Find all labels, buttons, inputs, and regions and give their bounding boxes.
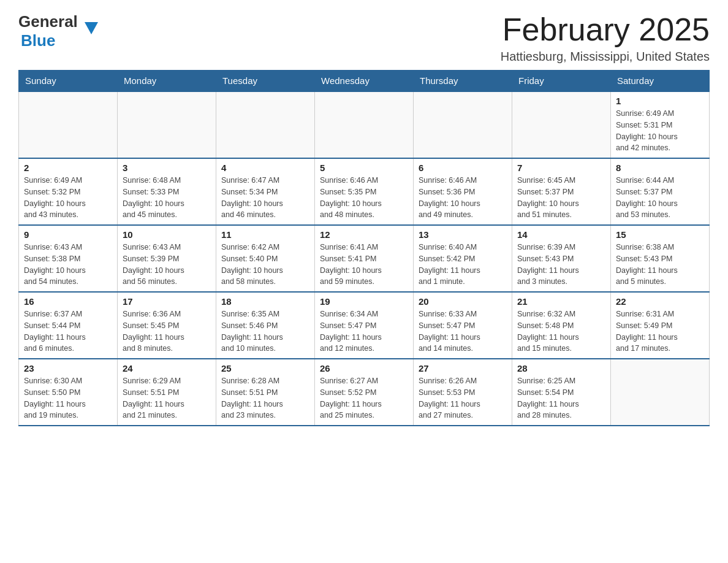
calendar-cell: 3Sunrise: 6:48 AM Sunset: 5:33 PM Daylig… xyxy=(118,158,216,225)
calendar-table: SundayMondayTuesdayWednesdayThursdayFrid… xyxy=(18,70,710,426)
calendar-cell xyxy=(118,91,216,158)
calendar-cell: 20Sunrise: 6:33 AM Sunset: 5:47 PM Dayli… xyxy=(414,292,512,359)
calendar-cell: 1Sunrise: 6:49 AM Sunset: 5:31 PM Daylig… xyxy=(611,91,710,158)
weekday-header-tuesday: Tuesday xyxy=(216,71,315,92)
calendar-cell: 6Sunrise: 6:46 AM Sunset: 5:36 PM Daylig… xyxy=(414,158,512,225)
day-info: Sunrise: 6:33 AM Sunset: 5:47 PM Dayligh… xyxy=(419,308,507,354)
day-number: 19 xyxy=(320,296,408,307)
calendar-cell: 25Sunrise: 6:28 AM Sunset: 5:51 PM Dayli… xyxy=(216,359,315,426)
calendar-cell: 21Sunrise: 6:32 AM Sunset: 5:48 PM Dayli… xyxy=(512,292,611,359)
day-number: 16 xyxy=(24,296,112,307)
day-info: Sunrise: 6:41 AM Sunset: 5:41 PM Dayligh… xyxy=(320,242,408,288)
weekday-header-sunday: Sunday xyxy=(19,71,118,92)
day-number: 4 xyxy=(221,163,309,173)
day-number: 20 xyxy=(419,296,507,307)
day-number: 26 xyxy=(320,363,408,373)
calendar-cell xyxy=(512,91,611,158)
day-info: Sunrise: 6:42 AM Sunset: 5:40 PM Dayligh… xyxy=(221,242,309,288)
calendar-cell: 10Sunrise: 6:43 AM Sunset: 5:39 PM Dayli… xyxy=(118,225,216,292)
day-info: Sunrise: 6:26 AM Sunset: 5:53 PM Dayligh… xyxy=(419,375,507,421)
day-info: Sunrise: 6:37 AM Sunset: 5:44 PM Dayligh… xyxy=(24,308,112,354)
calendar-cell: 9Sunrise: 6:43 AM Sunset: 5:38 PM Daylig… xyxy=(19,225,118,292)
calendar-week-row: 1Sunrise: 6:49 AM Sunset: 5:31 PM Daylig… xyxy=(19,91,710,158)
day-info: Sunrise: 6:43 AM Sunset: 5:39 PM Dayligh… xyxy=(123,242,211,288)
calendar-cell: 27Sunrise: 6:26 AM Sunset: 5:53 PM Dayli… xyxy=(414,359,512,426)
day-info: Sunrise: 6:49 AM Sunset: 5:32 PM Dayligh… xyxy=(24,175,112,221)
day-info: Sunrise: 6:38 AM Sunset: 5:43 PM Dayligh… xyxy=(616,242,704,288)
calendar-cell: 16Sunrise: 6:37 AM Sunset: 5:44 PM Dayli… xyxy=(19,292,118,359)
calendar-cell: 2Sunrise: 6:49 AM Sunset: 5:32 PM Daylig… xyxy=(19,158,118,225)
day-info: Sunrise: 6:44 AM Sunset: 5:37 PM Dayligh… xyxy=(616,175,704,221)
logo-general-text: General xyxy=(18,12,78,31)
calendar-cell xyxy=(315,91,414,158)
day-number: 23 xyxy=(24,363,112,373)
day-number: 18 xyxy=(221,296,309,307)
day-number: 17 xyxy=(123,296,211,307)
calendar-cell: 18Sunrise: 6:35 AM Sunset: 5:46 PM Dayli… xyxy=(216,292,315,359)
calendar-cell: 15Sunrise: 6:38 AM Sunset: 5:43 PM Dayli… xyxy=(611,225,710,292)
weekday-header-monday: Monday xyxy=(118,71,216,92)
day-info: Sunrise: 6:28 AM Sunset: 5:51 PM Dayligh… xyxy=(221,375,309,421)
calendar-cell xyxy=(19,91,118,158)
day-info: Sunrise: 6:46 AM Sunset: 5:35 PM Dayligh… xyxy=(320,175,408,221)
calendar-cell: 12Sunrise: 6:41 AM Sunset: 5:41 PM Dayli… xyxy=(315,225,414,292)
day-number: 5 xyxy=(320,163,408,173)
calendar-cell xyxy=(414,91,512,158)
calendar-cell: 14Sunrise: 6:39 AM Sunset: 5:43 PM Dayli… xyxy=(512,225,611,292)
calendar-cell: 4Sunrise: 6:47 AM Sunset: 5:34 PM Daylig… xyxy=(216,158,315,225)
svg-marker-0 xyxy=(85,22,98,34)
location-subtitle: Hattiesburg, Mississippi, United States xyxy=(501,50,710,64)
day-info: Sunrise: 6:47 AM Sunset: 5:34 PM Dayligh… xyxy=(221,175,309,221)
day-info: Sunrise: 6:45 AM Sunset: 5:37 PM Dayligh… xyxy=(517,175,605,221)
day-number: 12 xyxy=(320,229,408,240)
page-header: General Blue February 2025 Hattiesburg, … xyxy=(18,12,710,64)
day-info: Sunrise: 6:36 AM Sunset: 5:45 PM Dayligh… xyxy=(123,308,211,354)
day-number: 24 xyxy=(123,363,211,373)
calendar-cell: 24Sunrise: 6:29 AM Sunset: 5:51 PM Dayli… xyxy=(118,359,216,426)
weekday-header-saturday: Saturday xyxy=(611,71,710,92)
day-info: Sunrise: 6:31 AM Sunset: 5:49 PM Dayligh… xyxy=(616,308,704,354)
weekday-header-wednesday: Wednesday xyxy=(315,71,414,92)
day-number: 28 xyxy=(517,363,605,373)
weekday-header-friday: Friday xyxy=(512,71,611,92)
day-number: 2 xyxy=(24,163,112,173)
logo: General Blue xyxy=(18,12,85,50)
calendar-cell xyxy=(611,359,710,426)
calendar-cell xyxy=(216,91,315,158)
calendar-cell: 5Sunrise: 6:46 AM Sunset: 5:35 PM Daylig… xyxy=(315,158,414,225)
day-number: 13 xyxy=(419,229,507,240)
calendar-cell: 19Sunrise: 6:34 AM Sunset: 5:47 PM Dayli… xyxy=(315,292,414,359)
day-number: 15 xyxy=(616,229,704,240)
calendar-week-row: 9Sunrise: 6:43 AM Sunset: 5:38 PM Daylig… xyxy=(19,225,710,292)
calendar-cell: 23Sunrise: 6:30 AM Sunset: 5:50 PM Dayli… xyxy=(19,359,118,426)
day-number: 9 xyxy=(24,229,112,240)
day-number: 22 xyxy=(616,296,704,307)
weekday-header-row: SundayMondayTuesdayWednesdayThursdayFrid… xyxy=(19,71,710,92)
calendar-cell: 11Sunrise: 6:42 AM Sunset: 5:40 PM Dayli… xyxy=(216,225,315,292)
day-number: 14 xyxy=(517,229,605,240)
day-info: Sunrise: 6:29 AM Sunset: 5:51 PM Dayligh… xyxy=(123,375,211,421)
day-number: 6 xyxy=(419,163,507,173)
title-block: February 2025 Hattiesburg, Mississippi, … xyxy=(501,12,710,64)
day-info: Sunrise: 6:46 AM Sunset: 5:36 PM Dayligh… xyxy=(419,175,507,221)
day-number: 7 xyxy=(517,163,605,173)
calendar-week-row: 2Sunrise: 6:49 AM Sunset: 5:32 PM Daylig… xyxy=(19,158,710,225)
day-number: 11 xyxy=(221,229,309,240)
day-info: Sunrise: 6:35 AM Sunset: 5:46 PM Dayligh… xyxy=(221,308,309,354)
calendar-week-row: 16Sunrise: 6:37 AM Sunset: 5:44 PM Dayli… xyxy=(19,292,710,359)
calendar-cell: 26Sunrise: 6:27 AM Sunset: 5:52 PM Dayli… xyxy=(315,359,414,426)
calendar-cell: 8Sunrise: 6:44 AM Sunset: 5:37 PM Daylig… xyxy=(611,158,710,225)
calendar-cell: 13Sunrise: 6:40 AM Sunset: 5:42 PM Dayli… xyxy=(414,225,512,292)
day-info: Sunrise: 6:40 AM Sunset: 5:42 PM Dayligh… xyxy=(419,242,507,288)
day-number: 8 xyxy=(616,163,704,173)
day-info: Sunrise: 6:30 AM Sunset: 5:50 PM Dayligh… xyxy=(24,375,112,421)
logo-blue-text: Blue xyxy=(21,31,55,50)
calendar-cell: 28Sunrise: 6:25 AM Sunset: 5:54 PM Dayli… xyxy=(512,359,611,426)
day-info: Sunrise: 6:48 AM Sunset: 5:33 PM Dayligh… xyxy=(123,175,211,221)
calendar-cell: 22Sunrise: 6:31 AM Sunset: 5:49 PM Dayli… xyxy=(611,292,710,359)
weekday-header-thursday: Thursday xyxy=(414,71,512,92)
calendar-cell: 7Sunrise: 6:45 AM Sunset: 5:37 PM Daylig… xyxy=(512,158,611,225)
day-number: 25 xyxy=(221,363,309,373)
month-title: February 2025 xyxy=(501,12,710,47)
day-number: 27 xyxy=(419,363,507,373)
